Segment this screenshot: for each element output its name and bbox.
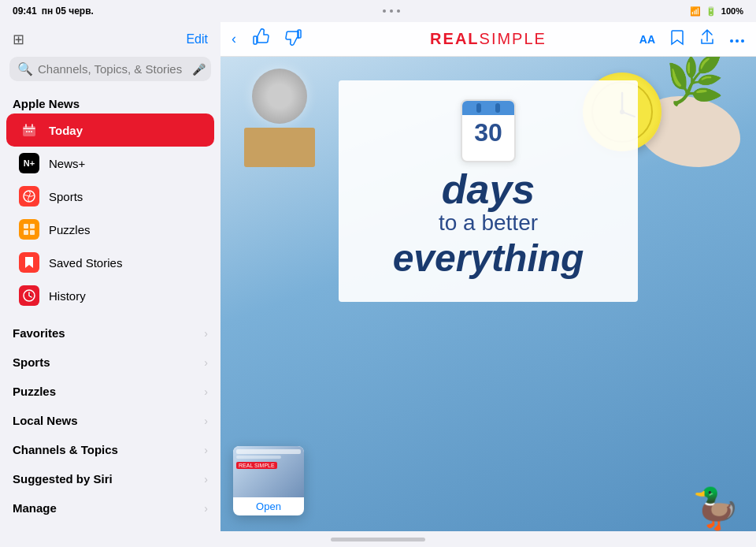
back-button[interactable]: ‹	[230, 29, 238, 49]
main-layout: ⊞ Edit 🔍 🎤 Apple News Today	[0, 22, 756, 531]
brand-real: REAL	[430, 30, 479, 47]
thumbs-up-button[interactable]	[250, 27, 271, 51]
favorites-chevron: ›	[204, 327, 208, 340]
newsplus-icon: N+	[19, 153, 39, 173]
share-button[interactable]	[698, 27, 717, 51]
manage-chevron: ›	[204, 502, 208, 515]
section-sports[interactable]: Sports ›	[0, 348, 220, 377]
article-area: 🌿 🦆 30 days to a better	[220, 57, 756, 531]
svg-rect-6	[30, 224, 35, 229]
wifi-icon: 📶	[690, 6, 701, 17]
cal-number: 30	[474, 120, 502, 145]
headline-everything: everything	[393, 236, 584, 280]
sports-label: Sports	[49, 190, 83, 203]
dot2	[390, 9, 393, 13]
sidebar-toggle-button[interactable]: ⊞	[13, 31, 24, 48]
battery-icon: 🔋	[706, 6, 717, 17]
open-card: REAL SIMPLE Open	[233, 446, 304, 515]
article-headline: days to a better everything	[393, 169, 584, 280]
today-label: Today	[49, 124, 83, 137]
section-groups: Favorites › Sports › Puzzles › Local New…	[0, 318, 220, 523]
books-decoration	[244, 128, 315, 167]
plant-decoration: 🌿	[665, 57, 724, 104]
cal-ring-left	[476, 103, 481, 113]
svg-point-14	[741, 39, 744, 43]
brand-simple: SIMPLE	[480, 30, 547, 47]
sidebar-item-today[interactable]: Today	[6, 113, 214, 147]
font-size-button[interactable]: AA	[638, 32, 657, 47]
dot1	[383, 9, 386, 13]
puzzles-label: Puzzles	[49, 223, 91, 236]
suggested-siri-label: Suggested by Siri	[13, 472, 113, 486]
cal-top	[462, 101, 514, 115]
search-bar[interactable]: 🔍 🎤	[9, 57, 211, 81]
status-day: пн 05 черв.	[42, 6, 94, 17]
status-bar: 09:41 пн 05 черв. 📶 🔋 100%	[0, 0, 756, 22]
status-time: 09:41	[13, 6, 37, 17]
section-channels-topics[interactable]: Channels & Topics ›	[0, 435, 220, 464]
sidebar-item-history[interactable]: History	[6, 279, 214, 312]
sports-section-label: Sports	[13, 355, 50, 369]
article-card: 30 days to a better everything	[339, 80, 638, 302]
svg-rect-5	[24, 224, 28, 229]
home-bar	[331, 538, 425, 541]
search-input[interactable]	[38, 62, 187, 76]
search-icon: 🔍	[17, 61, 33, 76]
sidebar-item-saved[interactable]: Saved Stories	[6, 246, 214, 279]
svg-point-13	[736, 39, 739, 43]
channels-topics-label: Channels & Topics	[13, 443, 118, 456]
sidebar-item-sports[interactable]: Sports	[6, 180, 214, 213]
puzzles-chevron: ›	[204, 385, 208, 398]
sports-chevron: ›	[204, 356, 208, 369]
open-card-thumbnail: REAL SIMPLE	[233, 446, 304, 497]
section-favorites[interactable]: Favorites ›	[0, 318, 220, 348]
battery-percent: 100%	[721, 6, 743, 16]
toolbar-left: ‹	[230, 27, 304, 51]
channels-chevron: ›	[204, 444, 208, 456]
status-right: 📶 🔋 100%	[690, 6, 743, 17]
cal-ring-right	[495, 103, 500, 113]
article-background: 🌿 🦆 30 days to a better	[220, 57, 756, 531]
section-local-news[interactable]: Local News ›	[0, 406, 220, 435]
more-button[interactable]	[728, 29, 747, 49]
svg-rect-10	[254, 36, 257, 44]
brand-title: REALSIMPLE	[430, 30, 547, 48]
calendar-icon: 30	[461, 99, 516, 162]
svg-point-12	[730, 39, 733, 43]
home-indicator	[0, 531, 756, 547]
sidebar-item-newsplus[interactable]: N+ News+	[6, 147, 214, 180]
svg-point-3	[31, 131, 32, 132]
favorites-label: Favorites	[13, 326, 65, 340]
saved-label: Saved Stories	[49, 256, 122, 270]
section-puzzles[interactable]: Puzzles ›	[0, 377, 220, 406]
section-suggested-siri[interactable]: Suggested by Siri ›	[0, 464, 220, 493]
content-toolbar: ‹ REALSIMPLE	[220, 22, 756, 57]
mic-icon[interactable]: 🎤	[192, 63, 206, 76]
edit-button[interactable]: Edit	[186, 32, 208, 47]
saved-icon	[19, 252, 39, 273]
open-button[interactable]: Open	[233, 497, 304, 515]
headline-days: days	[393, 169, 584, 210]
toolbar-right: AA	[638, 27, 747, 51]
sports-icon	[19, 186, 39, 207]
siri-chevron: ›	[204, 473, 208, 486]
sidebar-item-puzzles[interactable]: Puzzles	[6, 213, 214, 246]
manage-label: Manage	[13, 501, 57, 515]
section-manage[interactable]: Manage ›	[0, 493, 220, 523]
thumbs-down-button[interactable]	[284, 27, 304, 51]
bird-decoration: 🦆	[691, 486, 740, 531]
svg-rect-7	[24, 230, 28, 235]
newsplus-label: News+	[49, 157, 85, 170]
svg-rect-8	[30, 230, 35, 235]
local-news-chevron: ›	[204, 415, 208, 427]
today-icon	[19, 120, 39, 140]
disco-ball-decoration	[252, 69, 307, 124]
bookmark-button[interactable]	[668, 27, 687, 51]
puzzles-section-label: Puzzles	[13, 385, 56, 398]
svg-point-2	[28, 131, 30, 132]
local-news-label: Local News	[13, 414, 78, 427]
svg-point-1	[26, 131, 28, 132]
content-area: ‹ REALSIMPLE	[220, 22, 756, 531]
sidebar-header: ⊞ Edit	[0, 22, 220, 57]
dot3	[397, 9, 400, 13]
